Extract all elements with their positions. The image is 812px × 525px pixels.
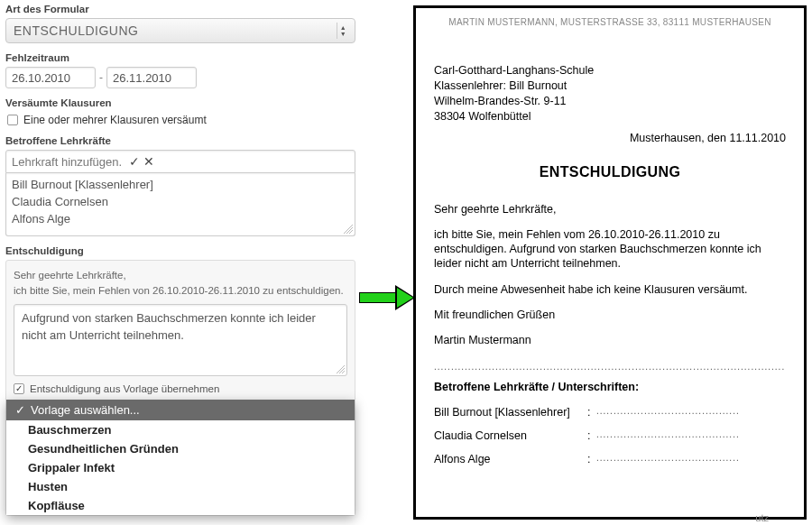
address-line: 38304 Wolfenbüttel: [434, 109, 786, 124]
arrow-icon: [359, 285, 417, 310]
add-teacher-input[interactable]: Lehrkraft hinzufügen. ✓ ✕: [5, 150, 355, 173]
excuse-text: Aufgrund von starken Bauchschmerzen konn…: [22, 311, 316, 342]
cancel-icon[interactable]: ✕: [143, 154, 154, 169]
doc-paragraph: Durch meine Abwesenheit habe ich keine K…: [434, 282, 786, 297]
excuse-intro: ich bitte Sie, mein Fehlen von 26.10.201…: [14, 283, 347, 299]
checkmark-icon: ✓: [15, 403, 25, 417]
signature-row: Claudia Cornelsen : ....................…: [434, 429, 786, 442]
updown-icon: ▲▼: [337, 23, 349, 39]
template-dropdown[interactable]: ✓ Vorlage auswählen... Bauschmerzen Gesu…: [6, 400, 355, 515]
form-type-label: Art des Formular: [5, 4, 355, 14]
missed-exams-text: Eine oder mehrer Klausuren versäumt: [23, 114, 207, 126]
use-template-checkbox[interactable]: Entschuldigung aus Vorlage übernehmen: [14, 376, 347, 400]
checkbox-icon: [7, 115, 18, 125]
doc-recipient-address: Carl-Gotthard-Langhans-Schule Klassenleh…: [434, 63, 786, 124]
date-separator: -: [99, 71, 103, 84]
template-option[interactable]: Grippaler Infekt: [6, 458, 355, 477]
footer-fragment: utz: [755, 512, 769, 523]
checkbox-icon: [14, 383, 24, 394]
doc-title: ENTSCHULDIGUNG: [434, 164, 786, 180]
missed-exams-checkbox[interactable]: Eine oder mehrer Klausuren versäumt: [5, 112, 355, 126]
document-preview: MARTIN MUSTERMANN, MUSTERSTRASSE 33, 831…: [413, 5, 807, 520]
excuse-group: Entschuldigung Sehr geehrte Lehrkräfte, …: [5, 245, 355, 517]
template-option[interactable]: Husten: [6, 477, 355, 496]
date-to-input[interactable]: [106, 67, 197, 88]
excuse-prefilled-header: Sehr geehrte Lehrkräfte, ich bitte Sie, …: [14, 268, 347, 299]
doc-date-line: Musterhausen, den 11.11.2010: [434, 132, 786, 144]
signature-line: ........................................…: [596, 429, 786, 442]
doc-body: Sehr geehrte Lehrkräfte, ich bitte Sie, …: [434, 202, 786, 348]
signature-line: ........................................…: [596, 406, 786, 419]
signature-name: Alfons Alge: [434, 453, 587, 465]
doc-paragraph: ich bitte Sie, mein Fehlen vom 26.10.201…: [434, 227, 786, 272]
template-option[interactable]: Gesundheitlichen Gründen: [6, 439, 355, 458]
template-selected-label: Vorlage auswählen...: [31, 403, 140, 417]
colon: :: [587, 453, 596, 465]
list-item[interactable]: Bill Burnout [Klassenlehrer]: [12, 177, 349, 194]
list-item[interactable]: Alfons Alge: [12, 211, 349, 228]
excuse-box: Sehr geehrte Lehrkräfte, ich bitte Sie, …: [5, 260, 355, 517]
signature-name: Bill Burnout [Klassenlehrer]: [434, 406, 587, 419]
separator-dotted: ........................................…: [434, 362, 786, 372]
absence-range-label: Fehlzeitraum: [5, 52, 355, 63]
date-from-input[interactable]: [5, 67, 96, 88]
signature-line: ........................................…: [596, 453, 786, 465]
list-item[interactable]: Claudia Cornelsen: [12, 194, 349, 211]
form-type-value: ENTSCHULDIGUNG: [14, 23, 138, 38]
doc-greeting: Sehr geehrte Lehrkräfte,: [434, 202, 786, 216]
template-option[interactable]: Kopfläuse: [6, 496, 355, 515]
excuse-label: Entschuldigung: [5, 245, 355, 256]
colon: :: [587, 429, 596, 442]
address-line: Klassenlehrer: Bill Burnout: [434, 78, 786, 94]
resize-handle-icon[interactable]: [336, 364, 345, 373]
doc-sender-line: MARTIN MUSTERMANN, MUSTERSTRASSE 33, 831…: [434, 17, 786, 27]
teacher-list[interactable]: Bill Burnout [Klassenlehrer] Claudia Cor…: [5, 173, 355, 236]
missed-exams-group: Versäumte Klausuren Eine oder mehrer Kla…: [5, 97, 355, 126]
excuse-greeting: Sehr geehrte Lehrkräfte,: [14, 268, 347, 283]
confirm-icon[interactable]: ✓: [129, 154, 140, 169]
address-line: Wilhelm-Brandes-Str. 9-11: [434, 94, 786, 109]
template-selected-option[interactable]: ✓ Vorlage auswählen...: [6, 400, 355, 420]
use-template-label: Entschuldigung aus Vorlage übernehmen: [30, 383, 219, 394]
resize-handle-icon[interactable]: [344, 225, 353, 234]
missed-exams-label: Versäumte Klausuren: [5, 97, 355, 108]
template-option[interactable]: Bauschmerzen: [6, 420, 355, 439]
signature-row: Alfons Alge : ..........................…: [434, 453, 786, 465]
teachers-label: Betroffene Lehrkräfte: [5, 135, 355, 146]
add-teacher-placeholder: Lehrkraft hinzufügen.: [12, 155, 122, 169]
signature-name: Claudia Cornelsen: [434, 429, 587, 442]
signatures-heading: Betroffene Lehrkräfte / Unterschriften:: [434, 381, 786, 393]
form-type-select[interactable]: ENTSCHULDIGUNG ▲▼: [5, 18, 355, 43]
absence-range-group: Fehlzeitraum -: [5, 52, 355, 88]
excuse-textarea[interactable]: Aufgrund von starken Bauchschmerzen konn…: [14, 304, 347, 376]
doc-sender-name: Martin Mustermann: [434, 333, 786, 347]
teachers-group: Betroffene Lehrkräfte Lehrkraft hinzufüg…: [5, 135, 355, 236]
form-panel: Art des Formular ENTSCHULDIGUNG ▲▼ Fehlz…: [0, 0, 361, 525]
address-line: Carl-Gotthard-Langhans-Schule: [434, 63, 786, 78]
colon: :: [587, 406, 596, 419]
doc-closing: Mit freundlichen Grüßen: [434, 308, 786, 322]
form-type-group: Art des Formular ENTSCHULDIGUNG ▲▼: [5, 4, 355, 43]
signature-row: Bill Burnout [Klassenlehrer] : .........…: [434, 406, 786, 419]
date-range-row: -: [5, 67, 355, 88]
